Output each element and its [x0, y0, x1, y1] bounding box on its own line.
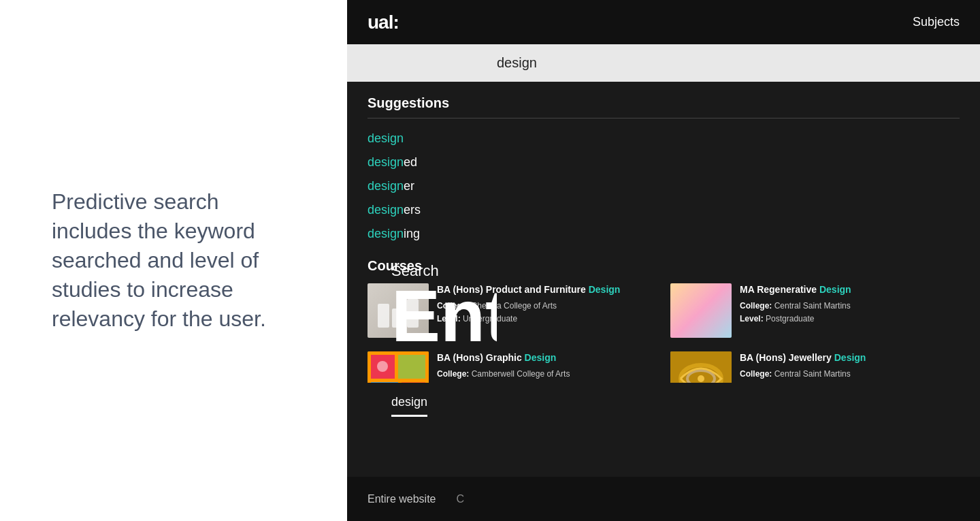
suggestion-designing-prefix: design	[368, 227, 404, 240]
suggestion-designers-prefix: design	[368, 203, 404, 217]
search-label-text: Search	[391, 262, 439, 279]
courses-title: Courses	[368, 258, 960, 274]
course-card-regenerative[interactable]: MA Regenerative Design College: Central …	[670, 283, 960, 338]
tab-courses-bottom[interactable]: C	[457, 493, 465, 505]
suggestion-designers-suffix: ers	[404, 203, 421, 217]
tab-courses-bottom-label: C	[457, 493, 465, 505]
app-panel: ual: Subjects Suggestions design designe…	[347, 0, 980, 521]
tab-design[interactable]: design	[391, 395, 427, 417]
college-value-4: Central Saint Martins	[774, 369, 851, 379]
level-value-2: Postgraduate	[766, 314, 814, 323]
suggestion-designed-suffix: ed	[404, 155, 417, 169]
course-title-highlight-1: Design	[589, 284, 621, 295]
search-input[interactable]	[347, 44, 980, 82]
suggestion-designed[interactable]: designed	[368, 151, 960, 174]
bottom-filter-row: Entire website C	[347, 477, 980, 521]
course-info-regenerative: MA Regenerative Design College: Central …	[740, 283, 960, 326]
course-title-before-4: BA (Hons) Jewellery	[740, 352, 834, 363]
college-label-4: College:	[740, 369, 772, 379]
svg-rect-2	[398, 355, 425, 379]
search-bar-area[interactable]	[347, 44, 980, 82]
course-title-highlight-2: Design	[819, 284, 851, 295]
top-nav: ual: Subjects	[347, 0, 980, 44]
suggestion-designer[interactable]: designer	[368, 174, 960, 198]
suggestions-panel: Suggestions design designed designer des…	[347, 82, 980, 420]
bottom-tab-row: design	[347, 383, 980, 417]
course-title-highlight-3: Design	[525, 352, 557, 363]
tab-entire-website-label: Entire website	[368, 493, 436, 505]
description-text: Predictive search includes the keyword s…	[52, 187, 295, 334]
tab-design-label: design	[391, 395, 427, 409]
suggestion-designer-suffix: er	[404, 179, 414, 193]
suggestion-design-highlight: design	[368, 131, 404, 145]
suggestion-designing-suffix: ing	[404, 227, 420, 240]
suggestions-title: Suggestions	[368, 95, 960, 119]
svg-point-9	[698, 375, 704, 382]
suggestion-designing[interactable]: designing	[368, 222, 960, 246]
left-description-panel: Predictive search includes the keyword s…	[0, 0, 347, 521]
search-label-overlay: Search	[347, 262, 439, 280]
course-title-highlight-4: Design	[834, 352, 866, 363]
course-meta-regenerative: College: Central Saint Martins Level: Po…	[740, 300, 960, 326]
svg-point-5	[377, 361, 388, 372]
logo: ual:	[368, 12, 399, 33]
suggestion-design[interactable]: design	[368, 127, 960, 151]
level-label-2: Level:	[740, 314, 764, 323]
course-title-before-2: MA Regenerative	[740, 284, 819, 295]
suggestion-designers[interactable]: designers	[368, 198, 960, 222]
course-title-graphic: BA (Hons) Graphic Design	[437, 351, 657, 364]
search-input-wrapper[interactable]	[347, 44, 980, 82]
big-text-overlay: Ent	[347, 279, 497, 353]
college-value-3: Camberwell College of Arts	[472, 369, 570, 379]
suggestion-designed-prefix: design	[368, 155, 404, 169]
course-title-regenerative: MA Regenerative Design	[740, 283, 960, 296]
course-title-before-3: BA (Hons) Graphic	[437, 352, 525, 363]
college-label-2: College:	[740, 301, 772, 311]
course-title-jewellery: BA (Hons) Jewellery Design	[740, 351, 960, 364]
big-text: Ent	[391, 279, 497, 353]
subjects-link[interactable]: Subjects	[913, 15, 960, 29]
suggestion-designer-prefix: design	[368, 179, 404, 193]
tab-entire-website[interactable]: Entire website	[368, 493, 436, 505]
college-label-3: College:	[437, 369, 469, 379]
course-thumb-regenerative	[670, 283, 732, 338]
college-value-2: Central Saint Martins	[774, 301, 851, 311]
